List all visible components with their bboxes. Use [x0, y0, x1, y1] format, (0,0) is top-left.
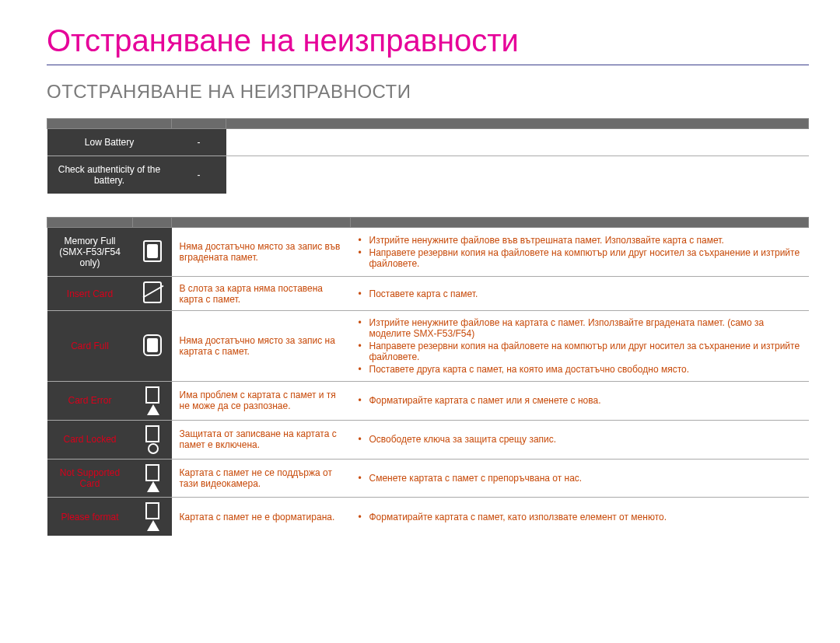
t2-desc: Картата с памет не е форматирана. [172, 498, 351, 536]
t2-actions: Поставете карта с памет. [351, 277, 809, 311]
t2-msg: Memory Full (SMX-F53/F54 only) [47, 228, 133, 277]
t1-header-2 [172, 119, 226, 129]
t2-msg: Insert Card [47, 277, 133, 311]
t2-actions: Форматирайте картата с памет, като изпол… [351, 498, 809, 536]
t2-msg: Card Error [47, 382, 133, 421]
t2-desc: В слота за карта няма поставена карта с … [172, 277, 351, 311]
t2-actions: Сменете картата с памет с препоръчвана о… [351, 459, 809, 498]
t1-icon: - [172, 129, 226, 156]
action-item: Форматирайте картата с памет или я смене… [359, 395, 801, 406]
action-item: Освободете ключа за защита срещу запис. [359, 434, 801, 445]
t2-icon [133, 498, 172, 536]
section-heading: ОТСТРАНЯВАНЕ НА НЕИЗПРАВНОСТИ [47, 81, 809, 103]
t2-icon [133, 459, 172, 498]
t2-desc: Няма достатъчно място за запис на картат… [172, 311, 351, 382]
t2-desc: Картата с памет не се поддържа от тази в… [172, 459, 351, 498]
t2-actions: Форматирайте картата с памет или я смене… [351, 382, 809, 421]
t2-icon [133, 311, 172, 382]
t1-msg: Low Battery [47, 129, 172, 156]
t2-msg: Card Full [47, 311, 133, 382]
t1-header-3 [226, 119, 809, 129]
t2-icon [133, 277, 172, 311]
action-item: Поставете друга карта с памет, на която … [359, 364, 801, 375]
t2-msg: Card Locked [47, 420, 133, 459]
t2-desc: Защитата от записване на картата с памет… [172, 420, 351, 459]
action-item: Направете резервни копия на файловете на… [359, 247, 801, 269]
t1-icon: - [172, 156, 226, 194]
action-item: Направете резервни копия на файловете на… [359, 341, 801, 362]
t2-icon [133, 382, 172, 421]
t2-header-4 [351, 218, 809, 228]
t2-actions: Изтрийте ненужните файлове във вътрешнат… [351, 228, 809, 277]
t1-action [226, 129, 809, 156]
t2-header-3 [172, 218, 351, 228]
t2-msg: Not Supported Card [47, 459, 133, 498]
t1-msg: Check authenticity of the battery. [47, 156, 172, 194]
t2-msg: Please format [47, 498, 133, 536]
t2-actions: Освободете ключа за защита срещу запис. [351, 420, 809, 459]
action-item: Поставете карта с памет. [359, 288, 801, 299]
t2-actions: Изтрийте ненужните файлове на картата с … [351, 311, 809, 382]
t1-header-1 [47, 119, 172, 129]
table-storage: Memory Full (SMX-F53/F54 only)Няма доста… [47, 217, 809, 536]
t1-action [226, 156, 809, 194]
t2-desc: Няма достатъчно място за запис във вград… [172, 228, 351, 277]
action-item: Изтрийте ненужните файлове на картата с … [359, 317, 801, 339]
title-divider [47, 65, 809, 65]
t2-desc: Има проблем с картата с памет и тя не мо… [172, 382, 351, 421]
t2-icon [133, 420, 172, 459]
page-title: Отстраняване на неизправности [47, 23, 809, 58]
t2-header-2 [133, 218, 172, 228]
action-item: Сменете картата с памет с препоръчвана о… [359, 473, 801, 484]
t2-icon [133, 228, 172, 277]
table-power: Low Battery-Check authenticity of the ba… [47, 118, 809, 194]
action-item: Изтрийте ненужните файлове във вътрешнат… [359, 235, 801, 246]
t2-header-1 [47, 218, 133, 228]
action-item: Форматирайте картата с памет, като изпол… [359, 512, 801, 522]
